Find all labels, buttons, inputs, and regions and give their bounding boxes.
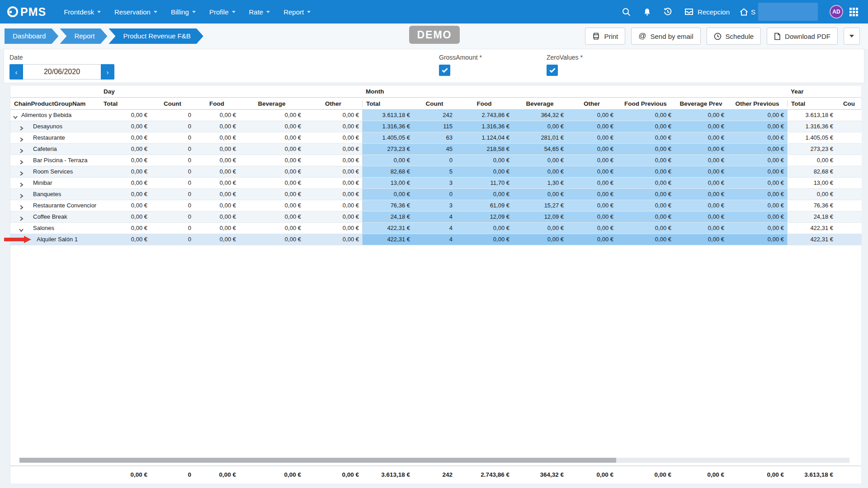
user-avatar[interactable]: AD — [830, 5, 843, 19]
table-row[interactable]: Salones0,00 €00,00 €0,00 €0,00 €422,31 €… — [10, 223, 861, 234]
collapse-icon[interactable] — [13, 113, 18, 118]
menu-frontdesk[interactable]: Frontdesk — [57, 0, 108, 23]
horizontal-scrollbar-thumb[interactable] — [19, 458, 616, 463]
product-group-name: Minibar — [33, 178, 52, 188]
menu-billing[interactable]: Billing — [164, 0, 203, 23]
row-label-cell: Restaurante — [10, 132, 100, 143]
expand-icon[interactable] — [19, 192, 24, 197]
gross-amount-checkbox[interactable] — [439, 65, 450, 76]
totals-month-cell: 0,00 € — [567, 469, 617, 480]
table-row[interactable]: Restaurante0,00 €00,00 €0,00 €0,00 €1.40… — [10, 132, 861, 144]
apps-grid-icon[interactable] — [849, 8, 858, 16]
nav-right-cluster: Recepcion S AD — [616, 0, 861, 23]
column-header-day-count[interactable]: Count — [151, 100, 194, 107]
print-button[interactable]: Print — [585, 28, 625, 45]
month-value-cell: 0,00 € — [617, 144, 675, 155]
column-header-month-other-previous[interactable]: Other Previous — [727, 100, 787, 107]
column-header-month-food-previous[interactable]: Food Previous — [617, 100, 675, 107]
expand-icon[interactable] — [19, 124, 24, 129]
previous-day-button[interactable]: ‹ — [9, 64, 23, 80]
column-header-month-count[interactable]: Count — [413, 100, 456, 107]
table-row[interactable]: Alimentos y Bebida0,00 €00,00 €0,00 €0,0… — [10, 110, 861, 121]
month-value-cell: 0,00 € — [675, 144, 727, 155]
column-header-day-beverage[interactable]: Beverage — [239, 100, 304, 107]
month-value-cell: 13,00 € — [362, 178, 413, 188]
year-value-cell: 3.613,18 € — [787, 110, 836, 121]
menu-reservation[interactable]: Reservation — [108, 0, 164, 23]
search-icon[interactable] — [616, 0, 637, 23]
table-row[interactable]: Cafeteria0,00 €00,00 €0,00 €0,00 €273,23… — [10, 144, 861, 155]
column-header-month-total[interactable]: Total — [362, 100, 413, 107]
workstation-label: Recepcion — [698, 8, 730, 16]
expand-icon[interactable] — [19, 214, 24, 220]
menu-report[interactable]: Report — [277, 0, 317, 23]
column-header-day-total[interactable]: Total — [100, 100, 151, 107]
month-value-cell: 0,00 € — [513, 121, 567, 132]
month-value-cell: 4 — [413, 223, 456, 234]
column-header-year-cou[interactable]: Cou — [836, 100, 862, 107]
collapse-icon[interactable] — [19, 225, 24, 231]
day-value-cell: 0 — [151, 178, 194, 188]
column-header-month-food[interactable]: Food — [456, 100, 513, 107]
expand-icon[interactable] — [19, 169, 24, 174]
column-header-day-other[interactable]: Other — [304, 100, 362, 107]
day-value-cell: 0,00 € — [194, 211, 239, 222]
day-value-cell: 0 — [151, 234, 194, 245]
day-value-cell: 0,00 € — [304, 110, 362, 121]
date-input[interactable] — [23, 64, 101, 80]
notifications-bell-icon[interactable] — [637, 0, 657, 23]
column-header-year-total[interactable]: Total — [787, 100, 836, 107]
expand-icon[interactable] — [19, 158, 24, 163]
zero-values-checkbox[interactable] — [547, 65, 558, 76]
month-value-cell: 0,00 € — [617, 200, 675, 211]
month-value-cell: 1.316,36 € — [456, 121, 513, 132]
download-pdf-button[interactable]: Download PDF — [767, 28, 838, 45]
date-picker: ‹ › — [9, 64, 864, 80]
table-row[interactable]: Bar Piscina - Terraza0,00 €00,00 €0,00 €… — [10, 155, 861, 166]
month-value-cell: 0,00 € — [675, 132, 727, 143]
expand-icon[interactable] — [19, 135, 24, 141]
column-header-month-beverage-prev[interactable]: Beverage Prev — [675, 100, 727, 107]
table-row[interactable]: Banquetes0,00 €00,00 €0,00 €0,00 €0,00 €… — [10, 189, 861, 200]
table-row[interactable]: Coffee Break0,00 €00,00 €0,00 €0,00 €24,… — [10, 211, 861, 223]
breadcrumb-report[interactable]: Report — [60, 28, 107, 44]
history-icon[interactable] — [657, 0, 678, 23]
year-value-cell: 0,00 € — [787, 155, 836, 166]
expand-icon[interactable] — [19, 146, 24, 152]
checkmark-icon — [442, 68, 448, 73]
next-day-button[interactable]: › — [101, 64, 114, 80]
send-by-email-button[interactable]: @ Send by email — [631, 28, 700, 45]
workstation-selector[interactable]: Recepcion — [678, 8, 736, 16]
column-header-month-other[interactable]: Other — [567, 100, 617, 107]
month-value-cell: 0,00 € — [567, 223, 617, 234]
horizontal-scrollbar[interactable] — [19, 458, 849, 463]
expand-icon[interactable] — [19, 203, 24, 208]
day-value-cell: 0,00 € — [304, 200, 362, 211]
day-value-cell: 0,00 € — [304, 234, 362, 245]
product-group-name: Desayunos — [33, 121, 62, 132]
year-count-cell — [836, 166, 862, 177]
schedule-button[interactable]: Schedule — [707, 28, 761, 45]
pms-logo[interactable]: PMS — [7, 5, 46, 19]
column-header-day-food[interactable]: Food — [194, 100, 239, 107]
month-value-cell: 0,00 € — [513, 223, 567, 234]
table-row[interactable]: Minibar0,00 €00,00 €0,00 €0,00 €13,00 €3… — [10, 178, 861, 189]
column-header-month-beverage[interactable]: Beverage — [513, 100, 567, 107]
top-nav: PMS Frontdesk Reservation Billing Profil… — [0, 0, 868, 23]
menu-rate[interactable]: Rate — [242, 0, 277, 23]
menu-profile[interactable]: Profile — [203, 0, 242, 23]
table-row[interactable]: Alquiler Salón 10,00 €00,00 €0,00 €0,00 … — [10, 234, 861, 245]
property-selector[interactable]: S — [736, 3, 821, 21]
day-value-cell: 0,00 € — [194, 144, 239, 155]
table-row[interactable]: Restaurante Convencior0,00 €00,00 €0,00 … — [10, 200, 861, 211]
breadcrumb-dashboard[interactable]: Dashboard — [5, 28, 58, 44]
download-options-dropdown[interactable] — [844, 28, 860, 45]
expand-icon[interactable] — [19, 180, 24, 186]
column-header-chainproductgroupnam[interactable]: ChainProductGroupNam — [10, 100, 100, 107]
totals-day-cell: 0 — [151, 469, 194, 480]
month-value-cell: 0,00 € — [617, 166, 675, 177]
table-row[interactable]: Room Services0,00 €00,00 €0,00 €0,00 €82… — [10, 166, 861, 178]
month-value-cell: 5 — [413, 166, 456, 177]
month-value-cell: 422,31 € — [362, 234, 413, 245]
table-row[interactable]: Desayunos0,00 €00,00 €0,00 €0,00 €1.316,… — [10, 121, 861, 132]
